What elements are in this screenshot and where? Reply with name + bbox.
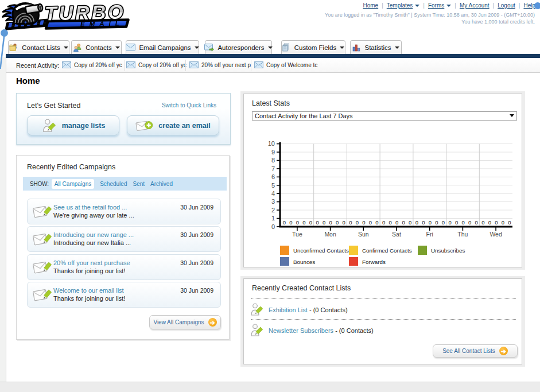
svg-text:5: 5 xyxy=(271,182,275,189)
svg-text:Thu: Thu xyxy=(457,231,468,238)
svg-text:0: 0 xyxy=(461,219,464,226)
svg-text:0: 0 xyxy=(429,219,432,226)
svg-text:0: 0 xyxy=(508,219,511,226)
svg-text:0: 0 xyxy=(349,219,352,226)
svg-text:0: 0 xyxy=(468,219,471,226)
svg-text:0: 0 xyxy=(296,219,299,226)
svg-text:0: 0 xyxy=(395,219,398,226)
svg-text:8: 8 xyxy=(271,157,275,164)
svg-text:0: 0 xyxy=(435,219,438,226)
svg-text:10: 10 xyxy=(268,140,275,147)
svg-text:0: 0 xyxy=(329,219,332,226)
svg-text:0: 0 xyxy=(356,219,359,226)
svg-text:0: 0 xyxy=(283,219,286,226)
svg-text:0: 0 xyxy=(488,219,491,226)
svg-text:0: 0 xyxy=(309,219,312,226)
svg-text:0: 0 xyxy=(316,219,319,226)
svg-text:0: 0 xyxy=(389,219,391,226)
svg-text:0: 0 xyxy=(442,219,445,226)
svg-text:0: 0 xyxy=(402,219,405,226)
svg-text:0: 0 xyxy=(289,219,292,226)
svg-text:0: 0 xyxy=(409,219,411,226)
svg-text:Sun: Sun xyxy=(358,231,369,238)
svg-text:0: 0 xyxy=(336,219,339,226)
svg-text:0: 0 xyxy=(302,219,305,226)
svg-text:0: 0 xyxy=(455,219,458,226)
svg-text:0: 0 xyxy=(481,219,484,226)
svg-text:Tue: Tue xyxy=(292,231,302,238)
svg-text:0: 0 xyxy=(369,219,372,226)
svg-text:0: 0 xyxy=(475,219,477,226)
svg-text:0: 0 xyxy=(422,219,425,226)
svg-text:0: 0 xyxy=(271,223,275,230)
svg-text:0: 0 xyxy=(343,219,345,226)
svg-text:Wed: Wed xyxy=(490,231,502,238)
svg-text:0: 0 xyxy=(502,219,504,226)
svg-text:0: 0 xyxy=(323,219,325,226)
svg-text:Confirmed Contacts: Confirmed Contacts xyxy=(362,247,412,254)
svg-text:2: 2 xyxy=(271,207,275,214)
svg-text:3: 3 xyxy=(271,198,275,205)
svg-text:Unconfirmed Contacts: Unconfirmed Contacts xyxy=(293,247,349,254)
svg-text:Bounces: Bounces xyxy=(293,259,315,265)
svg-text:0: 0 xyxy=(495,219,498,226)
svg-text:4: 4 xyxy=(271,190,275,197)
svg-text:Mon: Mon xyxy=(324,231,336,238)
svg-text:Fri: Fri xyxy=(426,231,433,238)
svg-text:7: 7 xyxy=(271,165,275,172)
svg-text:0: 0 xyxy=(448,219,451,226)
svg-text:Sat: Sat xyxy=(392,231,401,238)
svg-text:0: 0 xyxy=(375,219,378,226)
svg-text:Forwards: Forwards xyxy=(362,259,386,265)
svg-text:1: 1 xyxy=(271,215,275,222)
svg-text:Unsubscribes: Unsubscribes xyxy=(431,247,465,254)
svg-text:0: 0 xyxy=(415,219,418,226)
svg-text:0: 0 xyxy=(362,219,365,226)
svg-text:0: 0 xyxy=(382,219,385,226)
svg-text:6: 6 xyxy=(271,173,275,180)
svg-text:9: 9 xyxy=(271,149,275,156)
